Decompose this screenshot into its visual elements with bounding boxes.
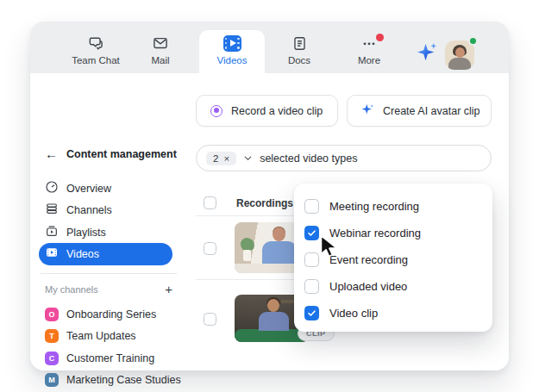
- chat-icon: [87, 34, 104, 52]
- tab-label: Docs: [288, 55, 310, 65]
- checkbox[interactable]: [304, 199, 319, 214]
- sidebar-item-videos[interactable]: Videos: [39, 243, 172, 265]
- channel-onboarding-series[interactable]: O Onboarding Series: [45, 308, 156, 321]
- back-arrow-icon[interactable]: ←: [45, 147, 58, 160]
- filter-text: selected video types: [260, 152, 357, 165]
- tab-label: More: [358, 55, 380, 65]
- app-window: Team Chat Mail Videos Docs More: [30, 22, 509, 370]
- channel-badge: M: [45, 373, 59, 387]
- tab-more[interactable]: More: [335, 34, 404, 65]
- sparkle-icon: [361, 103, 374, 119]
- gauge-icon: [45, 180, 59, 197]
- filter-count-chip: 2 ×: [206, 152, 236, 165]
- channel-customer-training[interactable]: C Customer Training: [45, 352, 154, 365]
- option-video-clip[interactable]: Video clip: [304, 303, 482, 322]
- checkbox[interactable]: [304, 279, 319, 294]
- sidebar-item-label: Videos: [66, 248, 99, 260]
- checkbox[interactable]: [304, 306, 319, 320]
- add-channel-button[interactable]: +: [165, 283, 172, 296]
- option-event-recording[interactable]: Event recording: [304, 250, 482, 269]
- online-status-dot: [468, 36, 478, 46]
- videos-icon: [45, 246, 59, 263]
- tab-label: Videos: [217, 55, 248, 65]
- row-checkbox[interactable]: [204, 313, 216, 326]
- my-channels-label: My channels: [45, 284, 98, 295]
- sidebar-item-label: Overview: [66, 183, 111, 195]
- table-header: Recordings: [236, 197, 293, 209]
- sidebar-divider: [41, 273, 177, 274]
- sidebar-item-label: Playlists: [66, 227, 106, 239]
- sidebar-item-label: Channels: [66, 204, 112, 216]
- row-checkbox[interactable]: [204, 242, 216, 255]
- page-title: Content management: [66, 148, 177, 160]
- more-icon: [360, 34, 378, 52]
- playlist-icon: [45, 224, 59, 241]
- select-all-checkbox[interactable]: [204, 196, 216, 209]
- checkbox[interactable]: [304, 226, 319, 240]
- tab-mail[interactable]: Mail: [126, 34, 195, 65]
- channel-label: Onboarding Series: [66, 308, 156, 320]
- tab-label: Mail: [151, 55, 169, 65]
- tab-label: Team Chat: [72, 55, 120, 65]
- notification-dot: [376, 34, 384, 41]
- sidebar-item-channels[interactable]: Channels: [39, 199, 172, 221]
- channel-marketing-case-studies[interactable]: M Marketing Case Studies: [45, 373, 181, 387]
- channel-badge: T: [45, 329, 59, 343]
- option-meeting-recording[interactable]: Meeting recording: [304, 196, 482, 215]
- stack-icon: [45, 202, 59, 219]
- channel-label: Team Updates: [66, 330, 136, 342]
- mail-icon: [152, 34, 169, 52]
- videos-icon: [223, 34, 241, 52]
- sidebar-item-overview[interactable]: Overview: [39, 177, 172, 200]
- clear-filter-icon[interactable]: ×: [223, 153, 229, 164]
- tab-videos[interactable]: Videos: [197, 34, 266, 65]
- option-uploaded-video[interactable]: Uploaded video: [304, 277, 482, 296]
- top-tab-bar: Team Chat Mail Videos Docs More: [30, 22, 509, 73]
- channel-label: Marketing Case Studies: [66, 374, 181, 386]
- tab-team-chat[interactable]: Team Chat: [61, 34, 130, 65]
- channel-badge: O: [45, 308, 59, 321]
- channel-label: Customer Training: [66, 352, 154, 364]
- docs-icon: [291, 34, 308, 52]
- filter-count: 2: [213, 153, 218, 164]
- channel-badge: C: [45, 352, 59, 365]
- create-ai-avatar-clip-button[interactable]: Create AI avatar clip: [347, 95, 492, 127]
- video-type-filter[interactable]: 2 × selected video types: [196, 145, 492, 171]
- chevron-down-icon: [243, 151, 253, 166]
- video-type-dropdown: Meeting recording Webinar recording Even…: [294, 184, 492, 332]
- sidebar-item-playlists[interactable]: Playlists: [39, 221, 172, 244]
- record-video-clip-button[interactable]: Record a video clip: [196, 95, 338, 127]
- tab-docs[interactable]: Docs: [265, 34, 334, 65]
- checkbox[interactable]: [304, 252, 319, 267]
- record-icon: [210, 105, 222, 117]
- option-webinar-recording[interactable]: Webinar recording: [304, 223, 482, 242]
- channel-team-updates[interactable]: T Team Updates: [45, 329, 136, 343]
- ai-companion-icon[interactable]: [416, 40, 439, 67]
